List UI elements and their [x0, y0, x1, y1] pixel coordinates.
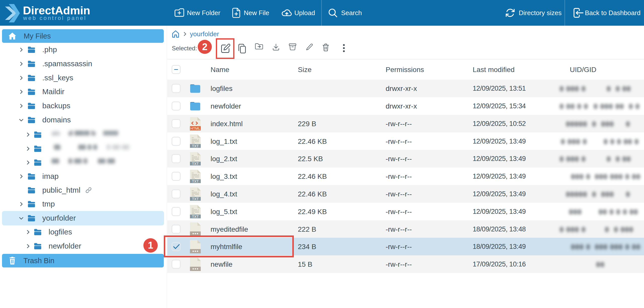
svg-text:HTML: HTML — [190, 126, 200, 130]
svg-text:TXT: TXT — [192, 179, 199, 183]
svg-text:TXT: TXT — [192, 162, 199, 165]
svg-text:TXT: TXT — [192, 215, 199, 218]
svg-text:TXT: TXT — [192, 144, 199, 148]
svg-text:TXT: TXT — [192, 197, 199, 201]
